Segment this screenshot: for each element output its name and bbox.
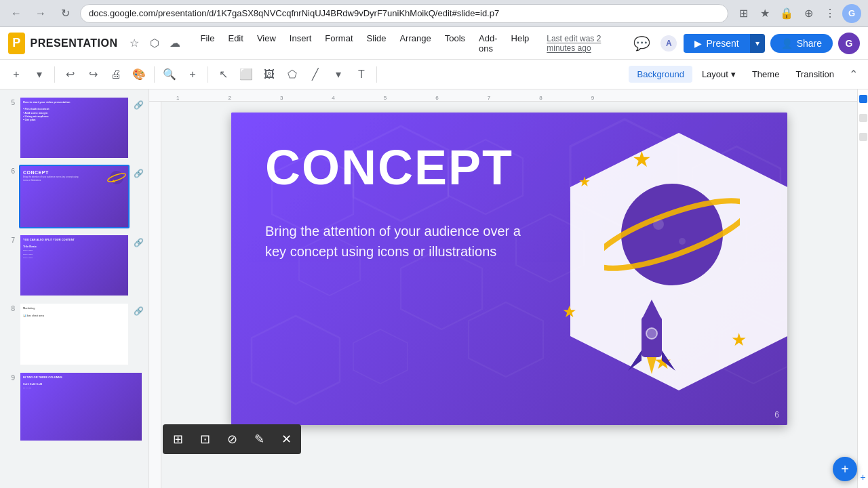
app-title-actions: ☆ ⬡ ☁ <box>126 35 183 52</box>
slide-thumbnail-6[interactable]: CONCEPT Bring the attention of your audi… <box>19 165 130 228</box>
browser-actions: ⊞ ★ 🔒 ⊕ ⋮ G <box>734 4 861 23</box>
bottom-floating-toolbar: ⊞ ⊡ ⊘ ✎ ✕ <box>163 424 301 454</box>
extension-btn-4[interactable]: ⊕ <box>799 4 818 23</box>
extension-btn-2[interactable]: ★ <box>755 4 774 23</box>
crop-tool-button[interactable]: ⊡ <box>193 427 217 451</box>
menu-arrange[interactable]: Arrange <box>393 29 437 58</box>
slide-item-6[interactable]: 6 CONCEPT Bring the attention of your au… <box>3 163 146 229</box>
main-toolbar: + ▾ ↩ ↪ 🖨 🎨 🔍 + ↖ ⬜ 🖼 ⬠ ╱ ▾ T Background… <box>0 60 868 89</box>
menu-file[interactable]: File <box>194 29 222 58</box>
menu-help[interactable]: Help <box>505 29 536 58</box>
drive-button[interactable]: ⬡ <box>146 35 163 52</box>
thumb-6-planet <box>106 167 127 188</box>
slide-link-icon-7: 🔗 <box>134 238 143 247</box>
right-add-button[interactable]: + <box>860 472 865 483</box>
zoom-in-button[interactable]: + <box>182 64 203 85</box>
pen-tool-button[interactable]: ✎ <box>247 427 271 451</box>
svg-marker-10 <box>642 300 662 320</box>
redo-button[interactable]: ↪ <box>82 64 104 85</box>
app-logo: P <box>8 33 25 54</box>
menu-addons[interactable]: Add-ons <box>472 29 504 58</box>
toolbar-close-button[interactable]: ✕ <box>274 427 298 451</box>
comment-button[interactable]: 💬 <box>629 31 654 56</box>
refresh-button[interactable]: ↻ <box>56 4 75 23</box>
address-bar[interactable]: docs.google.com/presentation/d/1K7gaSX8q… <box>80 4 728 23</box>
right-tool-2[interactable] <box>859 114 867 122</box>
share-label: Share <box>797 38 822 49</box>
share-button[interactable]: 👤 Share <box>770 34 833 53</box>
paint-tool-button[interactable]: ⊘ <box>220 427 244 451</box>
menu-insert[interactable]: Insert <box>283 29 319 58</box>
theme-button[interactable]: Theme <box>745 66 786 83</box>
menu-edit[interactable]: Edit <box>221 29 250 58</box>
slide-link-icon-5: 🔗 <box>134 100 143 110</box>
menu-slide[interactable]: Slide <box>360 29 393 58</box>
add-button[interactable]: + <box>5 64 27 85</box>
grid-tool-button[interactable]: ⊞ <box>165 427 190 451</box>
slide-title: CONCEPT <box>265 140 513 195</box>
slide-item-8[interactable]: 8 Marketing📊 bar chart area 🔗 <box>3 301 146 367</box>
present-label: Present <box>706 38 738 49</box>
layout-button[interactable]: Layout ▾ <box>695 66 743 83</box>
image-button[interactable]: 🖼 <box>258 64 280 85</box>
text-box-button[interactable]: T <box>351 64 372 85</box>
last-edit-text[interactable]: Last edit was 2 minutes ago <box>547 34 624 53</box>
slide-thumbnail-7[interactable]: YOU CAN ALSO SPLIT YOUR CONTENTTitle Bas… <box>19 234 130 297</box>
slide-number-9: 9 <box>5 374 15 382</box>
undo-button[interactable]: ↩ <box>59 64 81 85</box>
cloud-button[interactable]: ☁ <box>167 35 183 52</box>
print-button[interactable]: 🖨 <box>105 64 127 85</box>
layout-arrow-icon: ▾ <box>731 69 736 79</box>
shape-button[interactable]: ⬠ <box>281 64 303 85</box>
paint-format-button[interactable]: 🎨 <box>128 64 150 85</box>
thumb-6-title: CONCEPT <box>23 170 49 175</box>
thumb-5-text: How to start your video presentation• Fi… <box>23 100 71 121</box>
slide-panel: 5 How to start your video presentation• … <box>0 89 149 488</box>
svg-point-13 <box>646 328 657 339</box>
header-right: 💬 A ▶ Present ▾ 👤 Share G <box>629 31 860 56</box>
user-avatar[interactable]: A <box>659 34 678 53</box>
add-slide-button[interactable]: + <box>833 457 857 481</box>
forward-button[interactable]: → <box>31 4 50 23</box>
transition-button[interactable]: Transition <box>789 66 841 83</box>
slide-link-icon-8: 🔗 <box>134 306 143 316</box>
menu-tools[interactable]: Tools <box>438 29 472 58</box>
extension-btn-5[interactable]: ⋮ <box>821 4 840 23</box>
ruler-top: 1 2 3 4 5 6 7 8 9 <box>149 89 857 102</box>
toolbar-divider-4 <box>376 66 377 83</box>
extension-btn-3[interactable]: 🔒 <box>777 4 796 23</box>
present-dropdown-button[interactable]: ▾ <box>750 34 765 53</box>
right-tool-1[interactable] <box>859 95 867 103</box>
main-slide[interactable]: ★ ★ ★ ★ ★ ★ <box>231 113 787 425</box>
extension-btn-1[interactable]: ⊞ <box>734 4 753 23</box>
slide-item-9[interactable]: 9 IN TWO OR THREE COLUMNSCol1 Col2 Col3.… <box>3 370 146 444</box>
slide-number-badge: 6 <box>774 410 779 420</box>
slide-thumbnail-5[interactable]: How to start your video presentation• Fi… <box>19 96 130 159</box>
line-dropdown-button[interactable]: ▾ <box>328 64 349 85</box>
line-button[interactable]: ╱ <box>304 64 326 85</box>
right-tool-3[interactable] <box>859 133 867 141</box>
slide-subtitle: Bring the attention of your audience ove… <box>265 221 523 262</box>
add-dropdown-button[interactable]: ▾ <box>28 64 50 85</box>
thumb-6-sub: Bring the attention of your audience ove… <box>23 176 82 181</box>
menu-format[interactable]: Format <box>318 29 359 58</box>
svg-point-7 <box>653 219 664 230</box>
toolbar-divider-1 <box>54 66 55 83</box>
slide-item-7[interactable]: 7 YOU CAN ALSO SPLIT YOUR CONTENTTitle B… <box>3 232 146 298</box>
background-button[interactable]: Background <box>629 66 692 83</box>
menu-view[interactable]: View <box>250 29 283 58</box>
collapse-toolbar-button[interactable]: ⌃ <box>844 65 863 84</box>
slide-thumbnail-8[interactable]: Marketing📊 bar chart area <box>19 302 130 365</box>
browser-profile[interactable]: G <box>842 4 861 23</box>
slide-item-5[interactable]: 5 How to start your video presentation• … <box>3 95 146 161</box>
slide-thumbnail-9[interactable]: IN TWO OR THREE COLUMNSCol1 Col2 Col3...… <box>19 371 143 443</box>
app-title: PRESENTATION <box>31 37 118 49</box>
select-button[interactable]: ⬜ <box>235 64 257 85</box>
star-button[interactable]: ☆ <box>126 35 142 52</box>
back-button[interactable]: ← <box>7 4 26 23</box>
zoom-out-button[interactable]: 🔍 <box>159 64 180 85</box>
cursor-button[interactable]: ↖ <box>212 64 234 85</box>
present-icon: ▶ <box>694 38 702 49</box>
present-button[interactable]: ▶ Present <box>684 34 749 53</box>
user-profile-avatar[interactable]: G <box>838 33 860 54</box>
